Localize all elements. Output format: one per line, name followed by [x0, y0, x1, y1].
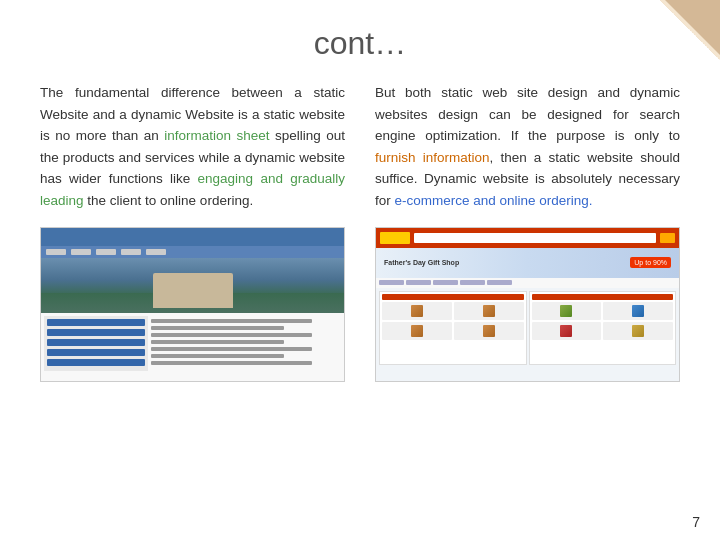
- img-nav-bar: [41, 246, 344, 258]
- page-number: 7: [692, 514, 700, 530]
- ecom-product-img-7: [560, 325, 572, 337]
- img-text-line-6: [151, 354, 284, 358]
- ecom-product-img-6: [632, 305, 644, 317]
- img-text-line-3: [151, 333, 313, 337]
- img-sidebar-item-3: [47, 339, 145, 346]
- ecom-section-title-2: [532, 294, 674, 300]
- right-highlight-furnish-information: furnish information: [375, 150, 489, 165]
- ecom-product-6: [603, 302, 673, 320]
- left-column: The fundamental difference between a sta…: [40, 82, 345, 212]
- ecom-categories: [376, 278, 679, 288]
- img-sidebar-item-4: [47, 349, 145, 356]
- img-nav-item-1: [46, 249, 66, 255]
- ecom-banner: Father's Day Gift Shop Up to 90%: [376, 248, 679, 278]
- ecom-product-7: [532, 322, 602, 340]
- ecom-product-grid-2: [532, 302, 674, 340]
- ecom-products: [376, 288, 679, 368]
- ecom-product-img-8: [632, 325, 644, 337]
- img-hero: [41, 258, 344, 313]
- img-text-line-4: [151, 340, 284, 344]
- img-text-line-2: [151, 326, 284, 330]
- img-header-bar: [41, 228, 344, 246]
- left-website-screenshot: [40, 227, 345, 382]
- ecom-logo: [380, 232, 410, 244]
- img-text-line-1: [151, 319, 313, 323]
- ecom-product-5: [532, 302, 602, 320]
- ecom-product-img-3: [411, 325, 423, 337]
- ecom-cat-item-3: [433, 280, 458, 285]
- left-highlight-information-sheet: information sheet: [164, 128, 269, 143]
- right-text-before-highlight1: But both static web site design and dyna…: [375, 85, 680, 143]
- img-text-line-7: [151, 361, 313, 365]
- img-main-content: [151, 316, 341, 371]
- ecom-section-2: [529, 291, 677, 365]
- ecom-product-grid-1: [382, 302, 524, 340]
- content-area: The fundamental difference between a sta…: [40, 82, 680, 212]
- right-image-content: Father's Day Gift Shop Up to 90%: [376, 228, 679, 381]
- ecom-cat-item-4: [460, 280, 485, 285]
- img-hero-building: [153, 273, 233, 308]
- ecom-banner-text: Father's Day Gift Shop: [384, 259, 459, 266]
- ecom-product-1: [382, 302, 452, 320]
- left-text-after-highlight2: the client to online ordering.: [84, 193, 254, 208]
- ecom-product-img-1: [411, 305, 423, 317]
- right-column: But both static web site design and dyna…: [375, 82, 680, 212]
- img-sidebar-item-5: [47, 359, 145, 366]
- img-sidebar-item-2: [47, 329, 145, 336]
- ecom-section-1: [379, 291, 527, 365]
- img-nav-item-4: [121, 249, 141, 255]
- page-container: cont… The fundamental difference between…: [0, 0, 720, 540]
- ecom-product-img-2: [483, 305, 495, 317]
- ecom-search-bar: [414, 233, 656, 243]
- img-nav-item-3: [96, 249, 116, 255]
- images-area: Father's Day Gift Shop Up to 90%: [40, 227, 680, 382]
- ecom-product-4: [454, 322, 524, 340]
- ecom-section-title-1: [382, 294, 524, 300]
- ecom-discount-badge: Up to 90%: [630, 257, 671, 268]
- img-sidebar: [44, 316, 148, 371]
- ecom-cart-icon: [660, 233, 675, 243]
- ecom-cat-item-1: [379, 280, 404, 285]
- img-nav-item-5: [146, 249, 166, 255]
- img-sidebar-item-1: [47, 319, 145, 326]
- page-title: cont…: [40, 25, 680, 62]
- ecom-cat-item-5: [487, 280, 512, 285]
- right-highlight-ecommerce: e-commerce and online ordering.: [395, 193, 593, 208]
- ecom-header: [376, 228, 679, 248]
- ecom-product-img-4: [483, 325, 495, 337]
- right-website-screenshot: Father's Day Gift Shop Up to 90%: [375, 227, 680, 382]
- ecom-product-2: [454, 302, 524, 320]
- ecom-product-8: [603, 322, 673, 340]
- img-body: [41, 313, 344, 374]
- ecom-product-img-5: [560, 305, 572, 317]
- left-image-content: [41, 228, 344, 381]
- ecom-cat-item-2: [406, 280, 431, 285]
- img-text-line-5: [151, 347, 313, 351]
- ecom-product-3: [382, 322, 452, 340]
- img-nav-item-2: [71, 249, 91, 255]
